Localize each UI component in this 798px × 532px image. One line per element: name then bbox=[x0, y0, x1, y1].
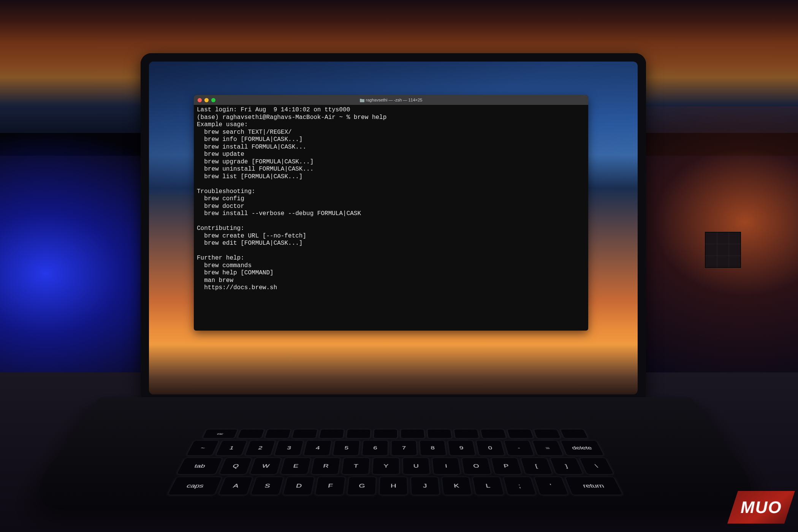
further-heading: Further help: bbox=[197, 255, 244, 261]
key--[interactable]: - bbox=[504, 441, 534, 456]
key-fn[interactable] bbox=[347, 429, 370, 438]
key-caps[interactable]: caps bbox=[168, 477, 222, 495]
key-fn[interactable] bbox=[454, 429, 479, 438]
key-Q[interactable]: Q bbox=[219, 458, 252, 474]
key-Y[interactable]: Y bbox=[373, 458, 399, 474]
key-S[interactable]: S bbox=[251, 477, 283, 495]
key-fn[interactable] bbox=[238, 429, 264, 438]
key-[[interactable]: [ bbox=[521, 458, 553, 474]
minimize-icon[interactable] bbox=[204, 98, 209, 102]
example-line: brew install FORMULA|CASK... bbox=[197, 144, 306, 150]
example-line: brew search TEXT|/REGEX/ bbox=[197, 129, 292, 136]
further-line: brew commands bbox=[197, 262, 252, 269]
key-~[interactable]: ~ bbox=[187, 441, 218, 456]
example-line: brew list [FORMULA|CASK...] bbox=[197, 173, 302, 180]
key-J[interactable]: J bbox=[411, 477, 440, 495]
contrib-heading: Contributing: bbox=[197, 225, 244, 232]
key-fn[interactable] bbox=[428, 429, 451, 438]
zoom-icon[interactable] bbox=[211, 98, 215, 102]
key-fn[interactable] bbox=[292, 429, 317, 438]
watermark-badge: MUO bbox=[727, 491, 795, 524]
key-\[interactable]: \ bbox=[580, 458, 614, 474]
laptop: raghavsethi — -zsh — 114×25 Last login: … bbox=[141, 53, 646, 532]
key-7[interactable]: 7 bbox=[391, 441, 416, 456]
key-=[interactable]: = bbox=[533, 441, 563, 456]
key-G[interactable]: G bbox=[347, 477, 376, 495]
further-line: brew help [COMMAND] bbox=[197, 269, 274, 276]
last-login-line: Last login: Fri Aug 9 14:10:02 on ttys00… bbox=[197, 106, 350, 113]
key-L[interactable]: L bbox=[473, 477, 504, 495]
laptop-lid: raghavsethi — -zsh — 114×25 Last login: … bbox=[141, 53, 646, 403]
key-3[interactable]: 3 bbox=[274, 441, 303, 456]
close-icon[interactable] bbox=[198, 98, 202, 102]
window-title: raghavsethi — -zsh — 114×25 bbox=[194, 98, 588, 102]
key-][interactable]: ] bbox=[550, 458, 583, 474]
key-delete[interactable]: delete bbox=[561, 441, 604, 456]
key-U[interactable]: U bbox=[403, 458, 429, 474]
key-5[interactable]: 5 bbox=[333, 441, 359, 456]
key-fn[interactable] bbox=[265, 429, 291, 438]
laptop-screen: raghavsethi — -zsh — 114×25 Last login: … bbox=[149, 62, 638, 394]
key-W[interactable]: W bbox=[250, 458, 281, 474]
key-H[interactable]: H bbox=[380, 477, 407, 495]
prompt-line: (base) raghavsethi@Raghavs-MacBook-Air ~… bbox=[197, 114, 386, 121]
key-fn[interactable] bbox=[507, 429, 534, 438]
rubiks-cube bbox=[705, 232, 741, 268]
key-R[interactable]: R bbox=[311, 458, 340, 474]
contrib-line: brew create URL [--no-fetch] bbox=[197, 233, 306, 239]
key-tab[interactable]: tab bbox=[177, 458, 222, 474]
key-fn[interactable] bbox=[401, 429, 424, 438]
trouble-line: brew doctor bbox=[197, 203, 244, 210]
photo-scene: raghavsethi — -zsh — 114×25 Last login: … bbox=[0, 0, 798, 532]
window-titlebar[interactable]: raghavsethi — -zsh — 114×25 bbox=[194, 95, 588, 105]
example-line: brew info [FORMULA|CASK...] bbox=[197, 136, 302, 143]
key-1[interactable]: 1 bbox=[216, 441, 247, 456]
key-I[interactable]: I bbox=[432, 458, 460, 474]
key-0[interactable]: 0 bbox=[476, 441, 505, 456]
key-T[interactable]: T bbox=[342, 458, 369, 474]
example-heading: Example usage: bbox=[197, 121, 248, 128]
key-6[interactable]: 6 bbox=[362, 441, 388, 456]
key-fn[interactable] bbox=[481, 429, 506, 438]
key-O[interactable]: O bbox=[462, 458, 491, 474]
key-8[interactable]: 8 bbox=[420, 441, 446, 456]
key-;[interactable]: ; bbox=[504, 477, 536, 495]
trouble-line: brew install --verbose --debug FORMULA|C… bbox=[197, 210, 361, 217]
key-2[interactable]: 2 bbox=[245, 441, 275, 456]
example-line: brew uninstall FORMULA|CASK... bbox=[197, 166, 314, 173]
key-K[interactable]: K bbox=[442, 477, 472, 495]
key-fn[interactable] bbox=[319, 429, 344, 438]
terminal-window[interactable]: raghavsethi — -zsh — 114×25 Last login: … bbox=[194, 95, 588, 331]
laptop-keyboard[interactable]: esc~1234567890-=deletetabQWERTYUIOP[]\ca… bbox=[159, 429, 632, 502]
further-line: https://docs.brew.sh bbox=[197, 284, 277, 291]
trouble-heading: Troubleshooting: bbox=[197, 188, 255, 195]
key-E[interactable]: E bbox=[281, 458, 311, 474]
key-D[interactable]: D bbox=[283, 477, 314, 495]
key-fn[interactable] bbox=[374, 429, 397, 438]
key-F[interactable]: F bbox=[315, 477, 345, 495]
trouble-line: brew config bbox=[197, 195, 244, 202]
key-A[interactable]: A bbox=[218, 477, 252, 495]
key-9[interactable]: 9 bbox=[448, 441, 475, 456]
key-'[interactable]: ' bbox=[535, 477, 568, 495]
key-return[interactable]: return bbox=[565, 477, 623, 495]
example-line: brew update bbox=[197, 151, 244, 158]
watermark-text: MUO bbox=[741, 498, 782, 517]
key-fn[interactable] bbox=[560, 429, 588, 438]
key-P[interactable]: P bbox=[491, 458, 522, 474]
contrib-line: brew edit [FORMULA|CASK...] bbox=[197, 240, 302, 247]
further-line: man brew bbox=[197, 277, 233, 284]
key-4[interactable]: 4 bbox=[304, 441, 331, 456]
key-fn[interactable] bbox=[534, 429, 560, 438]
terminal-output[interactable]: Last login: Fri Aug 9 14:10:02 on ttys00… bbox=[194, 105, 588, 295]
folder-icon bbox=[360, 98, 364, 102]
example-line: brew upgrade [FORMULA|CASK...] bbox=[197, 158, 314, 165]
key-esc[interactable]: esc bbox=[203, 429, 238, 438]
